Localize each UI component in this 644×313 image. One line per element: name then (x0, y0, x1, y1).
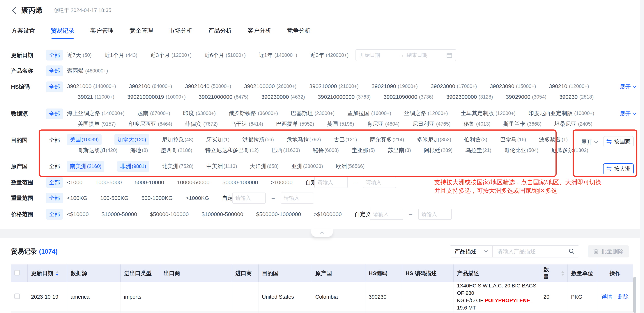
filter-option[interactable]: 近3年(420000+) (310, 51, 349, 59)
filter-all-chip[interactable]: 全部 (46, 161, 63, 172)
filter-option[interactable]: 波多黎各(1) (539, 136, 568, 143)
tab[interactable]: 方案设置 (12, 20, 35, 41)
filter-option[interactable]: 秘鲁(6008) (313, 147, 339, 154)
filter-option[interactable]: 100-500KG (100, 195, 128, 201)
filter-all-chip[interactable]: 全部 (46, 209, 63, 220)
filter-option[interactable]: <$10000 (67, 211, 89, 217)
filter-option[interactable]: 肯尼亚(4804) (367, 120, 400, 128)
filter-option[interactable]: 越南(67000+) (138, 110, 170, 117)
bulk-delete-button[interactable]: 批量删除 (588, 245, 629, 258)
filter-option[interactable]: 印度尼西亚定制版(10000+) (528, 110, 594, 117)
filter-option[interactable]: 危地马拉(792) (287, 136, 321, 143)
filter-option[interactable]: 39021(11000+) (78, 94, 114, 100)
filter-option[interactable]: 欧洲(56566) (336, 163, 364, 170)
filter-option[interactable]: 聚丙烯(460000+) (67, 67, 108, 75)
filter-all-chip[interactable]: 全部 (46, 108, 63, 119)
filter-option[interactable]: $100000-500000 (202, 211, 243, 217)
filter-option[interactable]: 500-1000KG (141, 195, 172, 201)
price-max-input[interactable] (418, 209, 452, 220)
search-field-select[interactable]: 产品描述 (450, 246, 493, 257)
filter-option[interactable]: 39021090(19000+) (372, 83, 418, 89)
filter-option[interactable]: 南美洲(2160) (67, 161, 104, 172)
filter-option[interactable]: 390210000000(3763) (318, 94, 370, 100)
row-checkbox[interactable] (14, 294, 20, 299)
filter-option[interactable]: 非洲(9881) (117, 161, 149, 172)
filter-option[interactable]: 加拿大(120) (114, 134, 149, 145)
filter-option[interactable]: 哥斯达黎加(420) (78, 147, 118, 154)
filter-option[interactable]: $500000-1000000 (256, 211, 301, 217)
filter-option[interactable]: 39021090000(3736) (384, 94, 433, 100)
filter-option[interactable]: 巴西(11633) (272, 147, 300, 154)
filter-option[interactable]: 萨尔瓦多(214) (370, 136, 404, 143)
filter-option[interactable]: 巴拿马(16) (500, 136, 526, 143)
filter-option[interactable]: 39021000000(6475) (198, 94, 248, 100)
filter-option[interactable]: 39021000(140000+) (67, 83, 116, 89)
weight-min-input[interactable] (232, 193, 266, 204)
expand-link[interactable]: 展开 (620, 110, 637, 118)
filter-option[interactable]: 3902100000(26000+) (244, 83, 296, 89)
filter-all-chip[interactable]: 全部 (46, 65, 63, 76)
filter-option[interactable]: 古巴(121) (334, 136, 357, 143)
filter-option[interactable]: 牙买加(1) (206, 136, 230, 143)
filter-option[interactable]: 尼加拉瓜(48) (162, 136, 194, 143)
filter-option[interactable]: 3902100(84000+) (129, 83, 172, 89)
filter-option[interactable]: 丝绸之路(12000+) (404, 110, 448, 117)
filter-option[interactable]: 中美洲(1113) (206, 163, 237, 170)
filter-option[interactable]: 39021040(50000+) (185, 83, 231, 89)
filter-option[interactable]: 印度尼西亚(8464) (128, 120, 172, 128)
filter-option[interactable]: <1000 (67, 179, 82, 186)
filter-all-chip[interactable]: 全部 (46, 193, 63, 203)
filter-option[interactable]: 菲律宾(7672) (185, 120, 218, 128)
filter-option[interactable]: 近1年(140000+) (258, 51, 297, 59)
filter-option[interactable]: 50000-100000 (222, 179, 258, 186)
select-all-checkbox[interactable] (14, 270, 20, 276)
price-min-input[interactable] (370, 209, 403, 220)
filter-option[interactable]: 伯利兹(3) (464, 136, 487, 143)
filter-option[interactable]: $10000-50000 (102, 211, 137, 217)
tab[interactable]: 客户管理 (90, 20, 114, 41)
filter-option[interactable]: 乌拉圭(21) (465, 147, 491, 154)
filter-option[interactable]: <100KG (67, 195, 88, 201)
filter-option[interactable]: 近7天(50) (67, 51, 92, 59)
filter-option[interactable]: 巴西提单(5952) (276, 120, 314, 128)
filter-option[interactable]: 海上丝绸之路(140000+) (67, 110, 124, 117)
filter-option[interactable]: $50000-100000 (150, 211, 188, 217)
back-icon[interactable] (12, 7, 19, 14)
filter-option[interactable]: 哥伦比亚(504) (504, 147, 538, 154)
tab[interactable]: 市场分析 (169, 20, 192, 41)
search-input[interactable] (493, 248, 564, 255)
quantity-max-input[interactable] (363, 177, 396, 188)
filter-option[interactable]: 自定义 (354, 211, 371, 218)
filter-option[interactable]: 秘鲁(4013) (463, 120, 490, 128)
filter-all-chip[interactable]: 全部 (46, 50, 63, 60)
filter-option[interactable]: 俄罗斯铁路(36000+) (229, 110, 278, 117)
filter-option[interactable]: 海地(8) (130, 147, 148, 154)
filter-option[interactable]: 土耳其定制版(12000+) (461, 110, 516, 117)
date-range-picker[interactable]: 开始日期 → 结束日期 (356, 49, 456, 61)
tab[interactable]: 贸易记录 (51, 20, 74, 41)
expand-link[interactable]: 展开 (620, 83, 637, 91)
filter-option[interactable]: 美国(10039) (67, 134, 102, 145)
tab[interactable]: 产品分析 (208, 20, 232, 41)
delete-link[interactable]: 删除 (618, 294, 628, 300)
filter-collapse-handle[interactable] (311, 229, 333, 237)
filter-option[interactable]: 10000-50000 (177, 179, 210, 186)
filter-option[interactable]: 巴基斯坦(23000+) (291, 110, 334, 117)
filter-option[interactable]: 墨西哥(2186) (161, 147, 192, 154)
sort-icon[interactable] (56, 271, 59, 276)
filter-option[interactable]: 1000-5000 (95, 179, 122, 186)
filter-option[interactable]: 北美洲(7528) (162, 163, 194, 170)
table-scrollbar[interactable] (633, 277, 636, 313)
filter-option[interactable]: 厄瓜多尔(1302) (551, 147, 588, 154)
filter-option[interactable]: 孟加拉国(16000+) (348, 110, 391, 117)
filter-option[interactable]: 亚洲(380033) (292, 163, 323, 170)
filter-option[interactable]: 39023090(15000+) (490, 83, 536, 89)
filter-option[interactable]: 洪都拉斯(56) (242, 136, 274, 143)
region-expand-link[interactable]: 展开 (581, 138, 598, 146)
filter-option[interactable]: >1000KG (186, 195, 209, 201)
by-country-button[interactable]: 按国家 (603, 136, 634, 147)
filter-option[interactable]: >$1000000 (314, 211, 342, 217)
filter-option[interactable]: 阿根廷(289) (424, 147, 452, 154)
filter-option[interactable]: 苏里南(3) (388, 147, 411, 154)
tab[interactable]: 竞企管理 (130, 20, 153, 41)
